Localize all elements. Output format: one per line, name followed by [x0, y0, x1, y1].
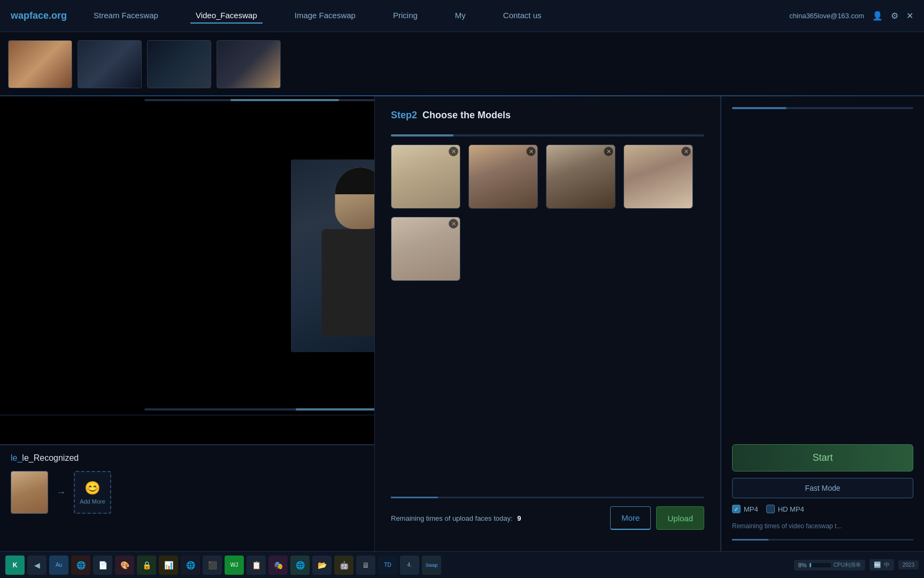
model-close-3[interactable]: ✕ [604, 147, 613, 156]
model-card-3[interactable]: ✕ [546, 144, 615, 209]
nav-video-faceswap[interactable]: Video_Faceswap [190, 8, 263, 24]
remaining-row: Remaining times of upload faces today: 9… [391, 506, 704, 530]
fast-mode-button[interactable]: Fast Mode [732, 478, 913, 498]
thumbnail-1[interactable] [8, 40, 72, 88]
step2-badge: Step2 [391, 110, 417, 121]
thumbnail-3[interactable] [147, 40, 211, 88]
nav-image-faceswap[interactable]: Image Faceswap [289, 8, 361, 24]
model-card-2[interactable]: ✕ [468, 144, 538, 209]
model-close-2[interactable]: ✕ [526, 147, 536, 156]
models-grid: ✕ ✕ ✕ ✕ ✕ [391, 144, 704, 281]
taskbar-item-9[interactable]: ⬛ [203, 556, 222, 575]
taskbar-aurora[interactable]: Au [49, 556, 68, 575]
settings-icon[interactable]: ⚙ [891, 11, 898, 21]
models-panel: Step2 Choose the Models ✕ ✕ ✕ ✕ ✕ [374, 96, 721, 551]
remaining-label: Remaining times of upload faces today: [391, 514, 513, 522]
taskbar-item-11[interactable]: 📋 [247, 556, 266, 575]
model-card-1[interactable]: ✕ [391, 144, 460, 209]
step2-header: Step2 Choose the Models [391, 110, 704, 121]
input-method: 🔤 中 [869, 559, 894, 571]
taskbar-item-8[interactable]: 🌐 [181, 556, 200, 575]
sys-info: 8% CPU利用率 [794, 560, 865, 571]
thumbnail-4[interactable] [217, 40, 281, 88]
right-sidebar: Start Fast Mode MP4 HD MP4 Remaining tim… [721, 96, 924, 551]
model-card-5[interactable]: ✕ [391, 217, 460, 281]
taskbar-item-10[interactable]: WJ [225, 556, 244, 575]
user-icon[interactable]: 👤 [872, 11, 883, 21]
user-email: china365love@163.com [789, 12, 864, 20]
input-icon: 🔤 [874, 561, 881, 568]
action-buttons: More Upload [610, 506, 704, 530]
mp4-checkbox[interactable] [732, 505, 741, 513]
nav-contact-us[interactable]: Contact us [498, 8, 547, 24]
thumbnails-row [0, 32, 924, 96]
model-close-4[interactable]: ✕ [681, 147, 691, 156]
hd-mp4-label: HD MP4 [778, 505, 804, 513]
cpu-label: CPU利用率 [834, 561, 861, 569]
lang-zh: 中 [884, 561, 890, 569]
step2-title: Choose the Models [422, 110, 511, 121]
face-thumbnail[interactable] [11, 471, 48, 514]
taskbar-item-16[interactable]: 🖥 [356, 556, 375, 575]
start-button[interactable]: Start [732, 444, 913, 471]
models-scrollbar-top[interactable] [391, 134, 704, 136]
taskbar-k[interactable]: K [5, 556, 25, 575]
right-scrollbar-top[interactable] [732, 107, 913, 109]
upload-button[interactable]: Upload [656, 506, 704, 530]
taskbar-item-13[interactable]: 🌐 [290, 556, 310, 575]
right-scrollbar-bottom[interactable] [732, 539, 913, 541]
taskbar: K ◀ Au 🌐 📄 🎨 🔒 📊 🌐 ⬛ WJ 📋 🎭 🌐 📂 🤖 🖥 TD 4… [0, 551, 924, 578]
nav-links: Stream Faceswap Video_Faceswap Image Fac… [88, 8, 789, 24]
thumbnail-2[interactable] [78, 40, 142, 88]
nav-stream-faceswap[interactable]: Stream Faceswap [88, 8, 164, 24]
more-button[interactable]: More [610, 506, 651, 530]
taskbar-item-14[interactable]: 📂 [312, 556, 332, 575]
cpu-fill [810, 563, 811, 567]
model-card-4[interactable]: ✕ [623, 144, 693, 209]
remaining-info: Remaining times of upload faces today: 9 [391, 514, 521, 522]
mp4-option[interactable]: MP4 [732, 505, 758, 513]
cpu-bar [810, 563, 831, 567]
taskbar-back[interactable]: ◀ [27, 556, 47, 575]
add-face-icon: 😊 [84, 481, 101, 496]
cpu-percent: 8% [798, 562, 807, 568]
taskbar-item-7[interactable]: 📊 [159, 556, 178, 575]
taskbar-item-15[interactable]: 🤖 [334, 556, 353, 575]
site-logo[interactable]: wapface.org [11, 10, 67, 21]
taskbar-item-18[interactable]: 4. [400, 556, 419, 575]
taskbar-item-4[interactable]: 📄 [93, 556, 112, 575]
add-more-label: Add More [80, 498, 105, 505]
hd-mp4-option[interactable]: HD MP4 [766, 505, 804, 513]
format-options: MP4 HD MP4 [732, 505, 913, 513]
recognized-prefix: le_ [11, 453, 22, 462]
nav-pricing[interactable]: Pricing [388, 8, 423, 24]
taskbar-right: 8% CPU利用率 🔤 中 2023 [794, 559, 919, 571]
models-scrollbar-bottom[interactable] [391, 497, 704, 498]
taskbar-item-17[interactable]: TD [378, 556, 397, 575]
taskbar-item-5[interactable]: 🎨 [115, 556, 134, 575]
taskbar-item-3[interactable]: 🌐 [71, 556, 90, 575]
taskbar-item-6[interactable]: 🔒 [137, 556, 156, 575]
taskbar-item-12[interactable]: 🎭 [268, 556, 288, 575]
clock: 2023 [898, 560, 919, 569]
close-icon[interactable]: ✕ [906, 11, 913, 21]
model-close-5[interactable]: ✕ [449, 219, 458, 229]
navbar: wapface.org Stream Faceswap Video_Facesw… [0, 0, 924, 32]
remaining-video-text: Remaining times of video faceswap t... [732, 522, 913, 530]
remaining-count: 9 [517, 514, 521, 522]
taskbar-swapface[interactable]: Swap [422, 556, 441, 575]
nav-my[interactable]: My [450, 8, 471, 24]
mp4-label: MP4 [744, 505, 758, 513]
hd-mp4-checkbox[interactable] [766, 505, 775, 513]
add-more-button[interactable]: 😊 Add More [74, 471, 111, 514]
arrow-right-icon: → [56, 487, 66, 498]
nav-right: china365love@163.com 👤 ⚙ ✕ [789, 11, 913, 21]
model-close-1[interactable]: ✕ [449, 147, 458, 156]
